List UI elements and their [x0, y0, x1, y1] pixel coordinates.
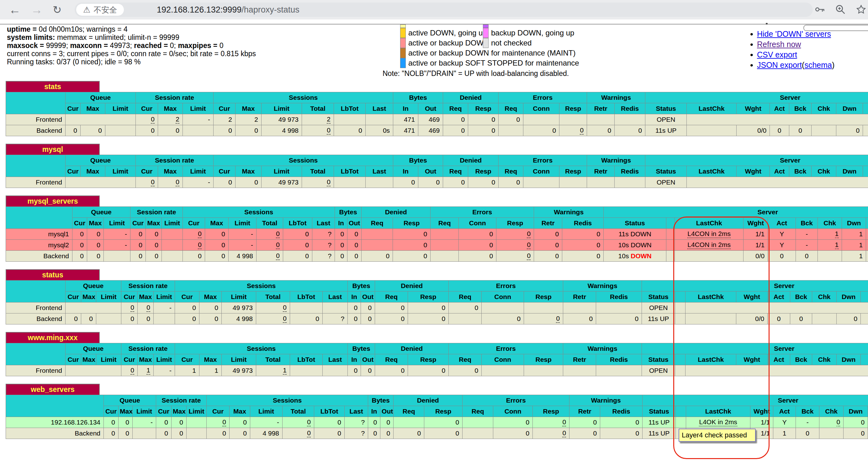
- col-header-max: Max: [81, 103, 105, 114]
- table-cell: 0: [130, 251, 146, 262]
- table-cell: 0: [256, 251, 283, 262]
- table-title-mysql_servers[interactable]: mysql_servers: [6, 196, 100, 206]
- reload-icon[interactable]: ↻: [53, 2, 62, 17]
- col-header-dwntme: Dwntme: [863, 166, 868, 177]
- group-header-session-rate: Session rate: [121, 343, 175, 354]
- link-item-json-export: •JSON export (schema): [750, 60, 834, 70]
- table-cell: [866, 251, 868, 262]
- json-export-link[interactable]: JSON export: [757, 61, 802, 70]
- table-title-stats[interactable]: stats: [6, 81, 100, 92]
- col-header-limit: Limit: [187, 406, 207, 417]
- key-icon[interactable]: [814, 4, 825, 15]
- warning-triangle-icon: ⚠: [83, 5, 90, 15]
- table-cell: 0: [121, 314, 138, 324]
- table-title-www.ming.xxx[interactable]: www.ming.xxx: [6, 332, 100, 343]
- bookmark-star-icon[interactable]: [856, 4, 867, 15]
- table-cell: L4CON in 2ms: [675, 240, 744, 251]
- table-cell: 0: [72, 229, 87, 240]
- col-header-chk: Chk: [819, 406, 843, 417]
- table-cell: [559, 177, 587, 188]
- table-title-web_servers[interactable]: web_servers: [6, 384, 100, 395]
- table-cell: 0: [569, 417, 600, 428]
- group-header-sessions: Sessions: [175, 343, 348, 354]
- table-cell: -: [796, 229, 818, 240]
- table-cell: [676, 417, 686, 428]
- legend-swatch-2-left: [400, 48, 406, 58]
- col-header-max: Max: [199, 292, 222, 302]
- table-cell: 0: [459, 240, 496, 251]
- haproxy-info: uptime = 0d 0h00m10s; warnings = 4system…: [7, 25, 256, 66]
- table-title-mysql[interactable]: mysql: [6, 144, 100, 155]
- table-cell: 469: [418, 114, 443, 125]
- table-cell: 0: [199, 302, 222, 314]
- table-cell: 1: [842, 229, 866, 240]
- table-row-status-backend: Backend0000004 99800?0000000011s UP0/000…: [6, 314, 868, 324]
- table-cell: 0: [600, 428, 643, 439]
- group-header-server: Server: [643, 395, 868, 406]
- col-header-max: Max: [199, 354, 222, 365]
- col-header-conn: Conn: [459, 218, 496, 229]
- stat-value: 0: [556, 315, 560, 323]
- col-header-limit: Limit: [222, 292, 256, 302]
- server-name-192.168.126.134[interactable]: 192.168.126.134: [51, 419, 100, 426]
- col-header-req: Req: [431, 218, 459, 229]
- row-name-cell: Frontend: [6, 114, 66, 125]
- table-cell: [104, 251, 130, 262]
- table-cell: [524, 365, 563, 376]
- table-cell: -: [228, 240, 256, 251]
- col-header-dwn: Dwn: [837, 292, 861, 302]
- row-name-cell: Frontend: [6, 302, 66, 314]
- table-cell: [66, 302, 121, 314]
- group-header-sessions: Sessions: [207, 395, 368, 406]
- csv-export-link[interactable]: CSV export: [757, 50, 797, 59]
- table-cell: 0: [283, 229, 312, 240]
- group-header-denied: Denied: [375, 343, 449, 354]
- table-cell: ?: [345, 428, 368, 439]
- back-icon[interactable]: ←: [9, 2, 21, 17]
- forward-icon[interactable]: →: [31, 2, 43, 17]
- col-header-redis: Redis: [596, 292, 642, 302]
- table-cell: 0: [256, 229, 283, 240]
- json-export-link[interactable]: schema: [804, 61, 832, 70]
- col-header-limit: Limit: [154, 292, 175, 302]
- server-name-mysql2[interactable]: mysql2: [48, 241, 69, 248]
- table-cell: 1: [773, 428, 796, 439]
- table-cell: 0: [347, 229, 362, 240]
- table-title-status[interactable]: status: [6, 269, 100, 280]
- table-cell: 0: [256, 314, 290, 324]
- refresh-now-link[interactable]: Refresh now: [757, 40, 801, 49]
- legend-label-1-right: not checked: [491, 38, 531, 48]
- zoom-icon[interactable]: [835, 4, 846, 15]
- col-header-req: Req: [449, 292, 482, 302]
- table-cell: 0: [130, 229, 146, 240]
- col-header-total: Total: [283, 406, 314, 417]
- table-cell: 0: [130, 240, 146, 251]
- col-header-dwn: Dwn: [843, 406, 868, 417]
- group-header-errors: Errors: [499, 92, 587, 103]
- table-cell: [323, 365, 348, 376]
- col-header-total: Total: [256, 354, 290, 365]
- col-header-last: Last: [366, 166, 393, 177]
- table-cell: OPEN: [645, 177, 687, 188]
- table-cell: 0: [156, 417, 172, 428]
- table-cell: 0: [789, 125, 811, 136]
- table-cell: [334, 177, 366, 188]
- table-cell: 11s UP: [642, 314, 675, 324]
- col-header-cur: Cur: [66, 166, 81, 177]
- col-header-req: Req: [443, 166, 468, 177]
- site-security-badge[interactable]: ⚠ 不安全: [76, 4, 124, 16]
- table-cell: 0: [72, 240, 87, 251]
- table-cell: [615, 114, 645, 125]
- bullet-icon: •: [750, 39, 757, 50]
- table-cell: 0: [596, 314, 642, 324]
- col-header-dwn: Dwn: [842, 218, 866, 229]
- table-cell: 0: [394, 428, 424, 439]
- table-cell: 0: [468, 177, 499, 188]
- col-header-cur: Cur: [175, 292, 199, 302]
- table-cell: 0: [87, 251, 104, 262]
- hide-down-servers-link[interactable]: Hide 'DOWN' servers: [757, 29, 831, 38]
- col-header-in: In: [393, 166, 418, 177]
- address-bar[interactable]: ⚠ 不安全 192.168.126.132:9999/haproxy-statu…: [74, 2, 813, 17]
- server-name-mysql1[interactable]: mysql1: [48, 230, 69, 238]
- table-cell: 0: [569, 428, 600, 439]
